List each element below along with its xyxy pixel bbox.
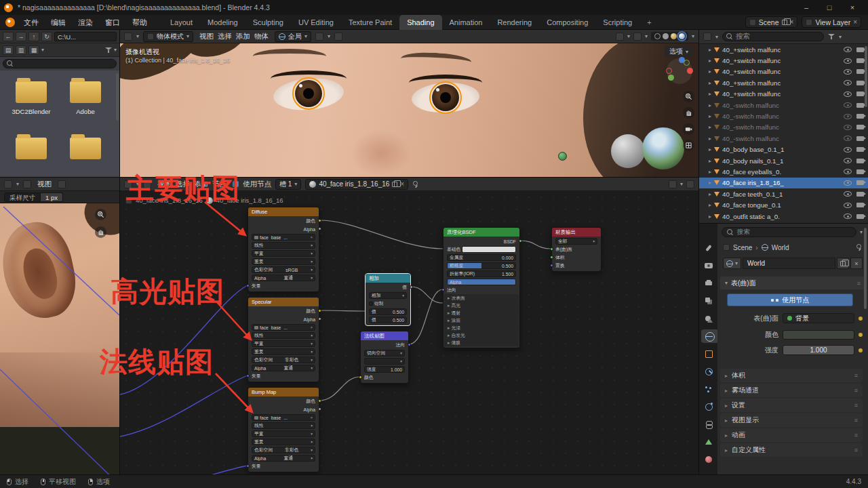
add-workspace-button[interactable]: + xyxy=(639,15,658,30)
gizmo-y-axis[interactable] xyxy=(668,75,674,81)
world-name-field[interactable]: World xyxy=(743,258,835,269)
node-socket[interactable] xyxy=(359,375,362,379)
editor-type-chevron[interactable]: ▾ xyxy=(136,181,139,187)
properties-tab-world[interactable] xyxy=(701,329,717,343)
node-dropdown[interactable]: 色彩空间非彩色▾ xyxy=(248,446,319,454)
unlink-view-layer-icon[interactable]: × xyxy=(853,19,857,26)
hide-viewport-toggle[interactable] xyxy=(844,69,852,75)
properties-tab-physics[interactable] xyxy=(699,400,717,413)
expand-chevron-icon[interactable]: ▸ xyxy=(709,214,711,220)
paint-mode-icon[interactable] xyxy=(23,180,31,188)
gizmo-x-axis[interactable] xyxy=(687,68,693,74)
properties-tab-object-data[interactable] xyxy=(699,435,717,449)
node-socket[interactable] xyxy=(519,239,522,243)
node-image-row[interactable]: face_base_...× xyxy=(248,323,319,331)
view-layer-selector[interactable]: View Layer × xyxy=(802,16,861,28)
image-icon[interactable] xyxy=(58,180,66,188)
hide-viewport-toggle[interactable] xyxy=(844,169,852,174)
outliner-item[interactable]: ▸ 40_face tongue_0.1 xyxy=(699,199,868,210)
use-nodes-button[interactable]: 使用节点 xyxy=(727,293,853,306)
menu-render[interactable]: 渲染 xyxy=(72,15,99,30)
node-dropdown[interactable]: 重复▾ xyxy=(248,438,319,446)
editor-type-icon[interactable] xyxy=(4,180,12,188)
file-browser-scrollbar[interactable] xyxy=(116,73,119,121)
menu-edit[interactable]: 编辑 xyxy=(45,15,72,30)
node-dropdown[interactable]: 全部▾ xyxy=(552,237,601,245)
material-datablock[interactable]: 40_face iris_1.8_16_16 × xyxy=(305,179,408,190)
zoom-tool-icon[interactable] xyxy=(683,91,694,102)
workspace-tab-modeling[interactable]: Modeling xyxy=(200,15,245,30)
hide-render-toggle[interactable] xyxy=(856,159,864,163)
rendered-shading-icon[interactable] xyxy=(679,33,685,39)
shader-menu-add[interactable]: 添加 xyxy=(192,180,210,189)
node-collapsed-panel[interactable]: ▸高光 xyxy=(444,302,519,309)
hide-render-toggle[interactable] xyxy=(856,47,864,52)
pan-hand-icon[interactable] xyxy=(95,226,106,238)
node-socket[interactable] xyxy=(550,264,553,267)
shader-menu-select[interactable]: 选择 xyxy=(174,180,192,189)
outliner-item[interactable]: ▸ 40_-switch malfunc xyxy=(699,133,868,144)
snap-magnet-icon[interactable] xyxy=(315,33,323,41)
mode-select[interactable]: 物体模式▾ xyxy=(143,31,193,42)
expand-chevron-icon[interactable]: ▸ xyxy=(709,91,711,97)
shader-node-material-output[interactable]: 材质输出 全部▾表(曲)面体积置换 xyxy=(551,227,601,272)
hide-render-toggle[interactable] xyxy=(856,69,864,74)
breadcrumb-world[interactable]: World xyxy=(772,244,789,251)
node-image-row[interactable]: face_base_...× xyxy=(248,413,319,422)
node-slider[interactable]: 粗糙度0.500 xyxy=(443,262,519,270)
expand-chevron-icon[interactable]: ▸ xyxy=(709,80,711,86)
shader-node-normal-map[interactable]: 法线贴图 法向切向空间▾▾强度1.000颜色 xyxy=(360,331,409,384)
hide-viewport-toggle[interactable] xyxy=(844,158,852,163)
hide-render-toggle[interactable] xyxy=(856,136,864,141)
shading-chevron[interactable]: ▾ xyxy=(692,33,694,39)
copy-material-icon[interactable] xyxy=(392,182,397,187)
display-vertical-list-icon[interactable]: ▤ xyxy=(3,45,14,55)
expand-chevron-icon[interactable]: ▸ xyxy=(709,47,711,53)
world-color-swatch[interactable] xyxy=(783,330,854,340)
parent-dir-button[interactable]: ↑ xyxy=(28,32,39,41)
browse-world-button[interactable]: ▾ xyxy=(723,258,741,269)
outliner-item[interactable]: ▸ 40_outfit static a_0. xyxy=(699,211,868,222)
node-dropdown[interactable]: 重复▾ xyxy=(248,348,319,356)
workspace-tab-scripting[interactable]: Scripting xyxy=(595,15,639,30)
hide-viewport-toggle[interactable] xyxy=(844,203,852,208)
overlays-icon[interactable] xyxy=(633,33,642,41)
node-value-field[interactable]: 折射率(IOR)1.500 xyxy=(443,270,519,278)
shader-node-principled-bsdf[interactable]: 原理化BSDF BSDF基础色金属度0.000粗糙度0.500折射率(IOR)1… xyxy=(443,227,520,348)
shader-type-icon[interactable] xyxy=(143,180,151,188)
hide-render-toggle[interactable] xyxy=(856,147,864,152)
display-thumbnail-icon[interactable]: ▦ xyxy=(28,45,39,55)
filter-icon[interactable] xyxy=(105,47,112,54)
editor-type-icon[interactable] xyxy=(124,33,132,41)
image-canvas[interactable] xyxy=(0,203,119,474)
display-mode-chevron[interactable]: ▾ xyxy=(41,47,44,53)
properties-tab-render[interactable] xyxy=(699,259,717,272)
properties-search-input[interactable]: 搜索 xyxy=(722,227,856,237)
node-socket[interactable] xyxy=(408,343,411,346)
viewport-options-button[interactable]: 选项▾ xyxy=(665,46,693,57)
node-socket[interactable] xyxy=(246,464,250,468)
image-menu-view[interactable]: 视图 xyxy=(35,180,54,189)
editor-type-icon[interactable] xyxy=(703,33,711,41)
properties-tab-constraints[interactable] xyxy=(699,418,717,431)
hide-viewport-toggle[interactable] xyxy=(844,102,852,108)
overlays-icon[interactable] xyxy=(686,180,694,188)
properties-panel-mist-pass[interactable]: ▸雾场通道 ≡ xyxy=(720,384,863,397)
shader-node-math-add[interactable]: 相加 值相加▾钳制值0.500值0.500 xyxy=(365,273,411,326)
node-dropdown[interactable]: 线性▾ xyxy=(248,422,319,430)
editor-type-icon[interactable] xyxy=(124,180,132,188)
outliner-search-input[interactable]: 搜索 xyxy=(722,32,824,41)
menu-file[interactable]: 文件 xyxy=(18,15,45,30)
breadcrumb-scene[interactable]: Scene xyxy=(733,244,752,251)
pin-icon[interactable] xyxy=(856,244,863,251)
file-search-input[interactable] xyxy=(3,59,117,68)
outliner-item[interactable]: ▸ 40_+switch malfunc xyxy=(699,55,868,66)
hide-render-toggle[interactable] xyxy=(856,58,864,63)
node-socket[interactable] xyxy=(318,399,321,403)
hide-viewport-toggle[interactable] xyxy=(844,92,852,97)
node-collapsed-panel[interactable]: ▸次表面 xyxy=(444,294,519,302)
viewport-menu-view[interactable]: 视图 xyxy=(197,32,216,41)
node-socket[interactable] xyxy=(550,256,553,259)
expand-chevron-icon[interactable]: ▸ xyxy=(709,68,711,75)
node-socket[interactable] xyxy=(318,309,321,312)
